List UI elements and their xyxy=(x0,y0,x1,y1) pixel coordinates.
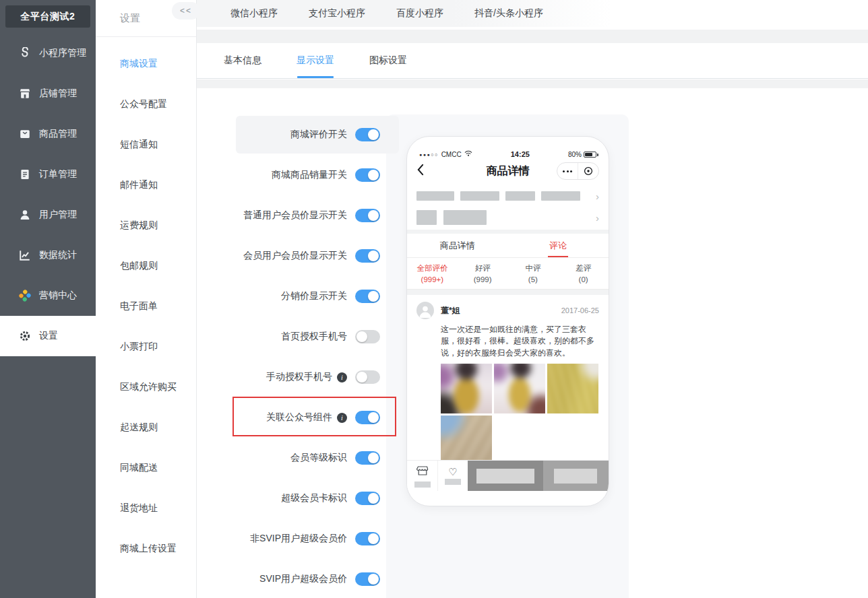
collapse-sidebar-button[interactable]: << xyxy=(172,2,200,20)
placeholder-bar xyxy=(541,191,580,201)
toggle-normal-member-price[interactable] xyxy=(355,209,380,222)
review-photo xyxy=(441,416,492,465)
settings-item-free-shipping[interactable]: 包邮规则 xyxy=(96,246,196,286)
settings-item-sms[interactable]: 短信通知 xyxy=(96,125,196,165)
toggle-sales-count[interactable] xyxy=(355,168,380,182)
phone-nav-bar: 商品详情 xyxy=(407,158,609,184)
tab-wechat-miniprogram[interactable]: 微信小程序 xyxy=(230,7,278,20)
setting-label: 商城商品销量开关 xyxy=(272,169,347,181)
content-tab-bar: 基本信息 显示设置 图标设置 xyxy=(197,43,868,79)
placeholder-label xyxy=(414,481,431,488)
filter-label: 差评 xyxy=(558,263,609,274)
sidebar-item-goods[interactable]: 商品管理 xyxy=(0,114,96,154)
tab-display-settings[interactable]: 显示设置 xyxy=(297,43,334,78)
settings-item-receipt-print[interactable]: 小票打印 xyxy=(96,327,196,367)
sidebar-item-stats[interactable]: 数据统计 xyxy=(0,235,96,275)
toggle-super-member-badge[interactable] xyxy=(355,492,380,505)
tab-alipay-miniprogram[interactable]: 支付宝小程序 xyxy=(309,7,365,20)
setting-row-sales-count: 商城商品销量开关 xyxy=(217,155,380,195)
marketing-icon xyxy=(19,290,31,302)
sidebar-item-users[interactable]: 用户管理 xyxy=(0,195,96,235)
battery-percent-label: 80% xyxy=(568,151,582,158)
close-fisheye-icon xyxy=(578,163,598,179)
toggle-member-level-badge[interactable] xyxy=(355,451,380,465)
phone-bottom-bar xyxy=(407,460,609,491)
avatar xyxy=(416,302,434,319)
tab-icon-settings[interactable]: 图标设置 xyxy=(369,43,407,78)
setting-label: 手动授权手机号 xyxy=(266,371,332,383)
settings-item-min-order[interactable]: 起送规则 xyxy=(96,407,196,448)
main-content: 微信小程序 支付宝小程序 百度小程序 抖音/头条小程序 基本信息 显示设置 图标… xyxy=(197,0,868,598)
platform-tab-bar: 微信小程序 支付宝小程序 百度小程序 抖音/头条小程序 xyxy=(197,0,868,27)
sidebar-item-label: 数据统计 xyxy=(39,249,77,261)
placeholder-bar xyxy=(460,191,499,201)
setting-row-manual-phone-auth: 手动授权手机号 xyxy=(217,357,380,397)
shop-icon xyxy=(19,88,31,100)
sidebar-item-marketing[interactable]: 营销中心 xyxy=(0,275,96,316)
setting-label: SVIP用户超级会员价 xyxy=(259,573,347,585)
phone-mockup: ●●●○○ CMCC 14:25 80% 商品详情 xyxy=(406,136,609,506)
wifi-icon xyxy=(464,150,472,158)
toggle-svip-super-price[interactable] xyxy=(355,572,380,586)
sidebar-item-settings[interactable]: 设置 xyxy=(0,316,96,356)
settings-sidebar-title: 设置 xyxy=(120,12,140,25)
sidebar-item-shop[interactable]: 店铺管理 xyxy=(0,73,96,114)
phone-tab-comments: 评论 xyxy=(508,234,609,257)
settings-sidebar-header: 设置 << xyxy=(96,0,196,37)
tab-basic-info[interactable]: 基本信息 xyxy=(224,43,261,78)
setting-row-super-member-badge: 超级会员卡标识 xyxy=(217,478,380,519)
settings-item-e-waybill[interactable]: 电子面单 xyxy=(96,286,196,327)
settings-menu: 商城设置 公众号配置 短信通知 邮件通知 运费规则 包邮规则 电子面单 小票打印… xyxy=(96,37,196,569)
goods-icon xyxy=(19,128,31,140)
settings-item-freight[interactable]: 运费规则 xyxy=(96,205,196,246)
settings-item-region-purchase[interactable]: 区域允许购买 xyxy=(96,367,196,407)
filter-label: 全部评价 xyxy=(407,263,458,274)
info-icon[interactable] xyxy=(337,372,347,383)
clock-label: 14:25 xyxy=(472,150,568,158)
sidebar-item-miniprogram[interactable]: 小程序管理 xyxy=(0,33,96,73)
placeholder-bar xyxy=(505,191,535,201)
battery-icon xyxy=(584,152,596,158)
tab-douyin-miniprogram[interactable]: 抖音/头条小程序 xyxy=(474,7,543,20)
sidebar-item-label: 店铺管理 xyxy=(39,88,77,100)
filter-label: 中评 xyxy=(508,263,559,274)
chevron-right-icon xyxy=(596,213,599,223)
app-window: 全平台测试2 小程序管理 店铺管理 商品管理 xyxy=(0,0,868,598)
toggle-mall-review[interactable] xyxy=(355,128,380,141)
filter-neutral: 中评 (5) xyxy=(508,258,559,289)
toggle-nonsvip-super-price[interactable] xyxy=(355,532,380,545)
phone-preview-panel: ●●●○○ CMCC 14:25 80% 商品详情 xyxy=(386,114,629,598)
sidebar-item-orders[interactable]: 订单管理 xyxy=(0,154,96,195)
chevron-right-icon xyxy=(596,191,599,201)
placeholder-bar xyxy=(443,210,487,225)
heart-icon xyxy=(448,467,457,477)
toggle-distribution-price[interactable] xyxy=(355,290,380,303)
review-photo xyxy=(441,364,492,413)
review-photo-grid xyxy=(441,364,599,465)
review-filter-bar: 全部评价 (999+) 好评 (999) 中评 (5) 差评 (0) xyxy=(407,258,609,290)
settings-item-return-address[interactable]: 退货地址 xyxy=(96,488,196,529)
toggle-home-phone-auth[interactable] xyxy=(355,330,380,343)
battery-group: 80% xyxy=(568,151,596,158)
review-date: 2017-06-25 xyxy=(561,306,599,314)
settings-sidebar: 设置 << 商城设置 公众号配置 短信通知 邮件通知 运费规则 包邮规则 电子面… xyxy=(96,0,197,598)
phone-tab-detail: 商品详情 xyxy=(407,234,508,257)
setting-row-svip-super-price: SVIP用户超级会员价 xyxy=(217,559,380,598)
filter-all-reviews: 全部评价 (999+) xyxy=(407,258,458,289)
toggle-manual-phone-auth[interactable] xyxy=(355,370,380,384)
signal-dots-icon: ●●●○○ xyxy=(419,152,439,157)
tab-baidu-miniprogram[interactable]: 百度小程序 xyxy=(396,7,443,20)
settings-item-email[interactable]: 邮件通知 xyxy=(96,165,196,205)
setting-row-member-level-badge: 会员等级标识 xyxy=(217,438,380,478)
setting-label: 分销价显示开关 xyxy=(281,290,347,302)
settings-item-mall-settings[interactable]: 商城设置 xyxy=(96,44,196,84)
toggle-member-price[interactable] xyxy=(355,249,380,263)
settings-item-upload-settings[interactable]: 商城上传设置 xyxy=(96,529,196,569)
placeholder-row-specs xyxy=(407,187,609,205)
phone-detail-tabs: 商品详情 评论 xyxy=(407,234,609,258)
setting-label: 商城评价开关 xyxy=(290,129,347,141)
user-icon xyxy=(19,209,31,221)
settings-item-official-account[interactable]: 公众号配置 xyxy=(96,84,196,125)
settings-item-local-delivery[interactable]: 同城配送 xyxy=(96,448,196,488)
filter-count: (0) xyxy=(558,274,609,286)
